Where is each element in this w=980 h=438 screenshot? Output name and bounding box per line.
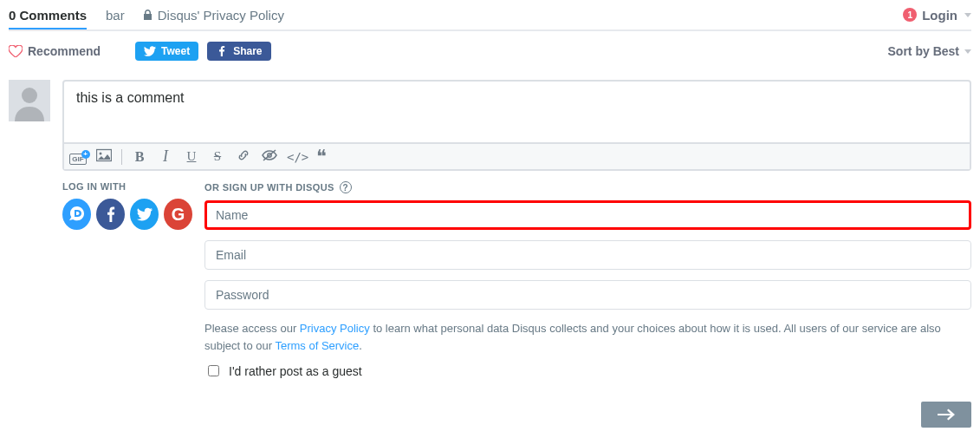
- privacy-policy-link[interactable]: Privacy Policy: [300, 322, 370, 335]
- chevron-down-icon: [964, 49, 971, 54]
- spoiler-button[interactable]: [261, 148, 278, 165]
- tab-comments[interactable]: 0 Comments: [9, 8, 87, 29]
- privacy-link[interactable]: Disqus' Privacy Policy: [144, 8, 284, 28]
- policy-pre: Please access our: [204, 322, 300, 335]
- tweet-button[interactable]: Tweet: [135, 42, 198, 61]
- strike-button[interactable]: S: [209, 149, 226, 164]
- svg-point-2: [100, 153, 102, 155]
- login-with-col: LOG IN WITH G: [62, 181, 192, 428]
- avatar-icon: [12, 85, 47, 121]
- code-button[interactable]: </>: [287, 150, 304, 164]
- share-button[interactable]: Share: [207, 42, 270, 61]
- link-icon: [236, 148, 251, 162]
- eye-off-icon: [262, 148, 277, 162]
- submit-row: [204, 402, 971, 428]
- twitter-icon: [137, 206, 153, 222]
- signup-label: OR SIGN UP WITH DISQUS: [204, 182, 334, 193]
- name-input[interactable]: [204, 200, 971, 230]
- login-with-label: LOG IN WITH: [62, 181, 192, 192]
- login-disqus-button[interactable]: [62, 199, 91, 230]
- image-icon: [96, 148, 112, 162]
- image-button[interactable]: [95, 148, 113, 165]
- heart-icon: [9, 45, 23, 57]
- disqus-icon: [69, 206, 85, 222]
- lock-icon: [144, 10, 153, 20]
- policy-end: .: [359, 339, 362, 352]
- guest-label: I'd rather post as a guest: [229, 364, 362, 378]
- login-google-button[interactable]: G: [164, 199, 192, 230]
- share-label: Share: [233, 45, 262, 57]
- tab-community[interactable]: bar: [106, 8, 125, 28]
- editor-toolbar: GIF+ B I U S </> ❝: [64, 142, 970, 169]
- divider: [121, 149, 122, 165]
- link-button[interactable]: [235, 148, 252, 165]
- recommend-label: Recommend: [28, 44, 101, 58]
- auth-section: LOG IN WITH G OR SIGN UP WITH DISQUS ? P…: [9, 181, 971, 428]
- gif-button[interactable]: GIF+: [69, 149, 87, 164]
- signup-col: OR SIGN UP WITH DISQUS ? Please access o…: [204, 181, 971, 428]
- chevron-down-icon: [964, 13, 971, 17]
- login-menu[interactable]: 1 Login: [903, 8, 971, 28]
- twitter-icon: [144, 46, 156, 56]
- comment-editor[interactable]: this is a comment: [64, 82, 970, 142]
- password-input[interactable]: [204, 280, 971, 310]
- submit-button[interactable]: [921, 402, 971, 428]
- action-row: Recommend Tweet Share Sort by Best: [9, 42, 971, 61]
- signup-label-row: OR SIGN UP WITH DISQUS ?: [204, 181, 971, 193]
- italic-button[interactable]: I: [157, 147, 174, 166]
- login-twitter-button[interactable]: [130, 199, 159, 230]
- privacy-label: Disqus' Privacy Policy: [158, 8, 284, 23]
- tos-link[interactable]: Terms of Service: [275, 339, 359, 352]
- arrow-right-icon: [938, 409, 955, 421]
- facebook-icon: [103, 206, 119, 222]
- avatar: [9, 80, 50, 121]
- sort-menu[interactable]: Sort by Best: [888, 44, 971, 58]
- quote-button[interactable]: ❝: [313, 153, 330, 161]
- facebook-icon: [216, 46, 228, 56]
- guest-checkbox[interactable]: [208, 365, 219, 376]
- bold-button[interactable]: B: [131, 149, 148, 165]
- underline-button[interactable]: U: [183, 149, 200, 164]
- comment-area: this is a comment GIF+ B I U S </> ❝: [9, 80, 971, 171]
- sort-label: Sort by Best: [888, 44, 959, 58]
- svg-point-0: [22, 88, 37, 103]
- email-input[interactable]: [204, 240, 971, 270]
- recommend-button[interactable]: Recommend: [9, 44, 101, 58]
- login-facebook-button[interactable]: [96, 199, 125, 230]
- social-login-row: G: [62, 199, 192, 230]
- header-row: 0 Comments bar Disqus' Privacy Policy 1 …: [9, 5, 971, 31]
- editor-wrap: this is a comment GIF+ B I U S </> ❝: [62, 80, 971, 171]
- tweet-label: Tweet: [161, 45, 190, 57]
- login-badge: 1: [903, 8, 917, 22]
- help-icon[interactable]: ?: [340, 181, 352, 193]
- guest-checkbox-row[interactable]: I'd rather post as a guest: [204, 363, 971, 379]
- policy-text: Please access our Privacy Policy to lear…: [204, 320, 971, 354]
- login-label: Login: [922, 8, 957, 23]
